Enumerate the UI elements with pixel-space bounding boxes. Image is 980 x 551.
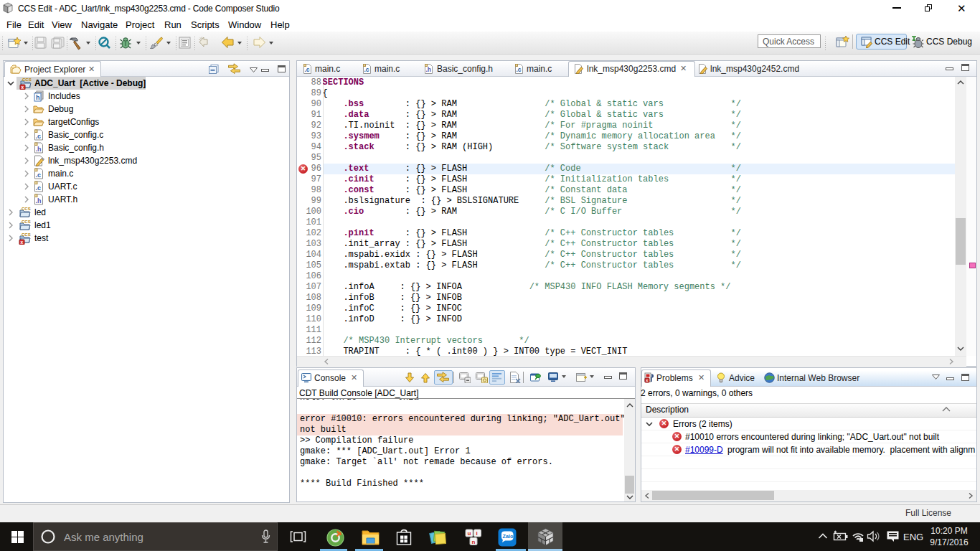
svg-text:.h: .h	[36, 146, 42, 153]
svg-text:.c: .c	[36, 184, 42, 192]
svg-text:.h: .h	[426, 66, 432, 73]
svg-text:x: x	[20, 240, 23, 245]
svg-text:.c: .c	[36, 133, 42, 140]
svg-text:CCS: CCS	[22, 232, 31, 237]
svg-text:i: i	[476, 530, 478, 537]
svg-text:CCS: CCS	[22, 220, 31, 224]
svg-text:.c: .c	[364, 66, 369, 73]
svg-text:x: x	[21, 85, 24, 90]
svg-text:.c: .c	[36, 171, 42, 179]
svg-text:CCS: CCS	[22, 77, 32, 82]
svg-text:Zalo: Zalo	[503, 533, 514, 540]
svg-text:n: n	[472, 539, 476, 545]
svg-text:.c: .c	[517, 66, 522, 73]
svg-text:.h: .h	[36, 197, 42, 204]
svg-text:CCS: CCS	[22, 207, 31, 211]
svg-text:h: h	[36, 94, 40, 101]
svg-text:.c: .c	[305, 66, 310, 73]
svg-text:u: u	[468, 530, 471, 537]
